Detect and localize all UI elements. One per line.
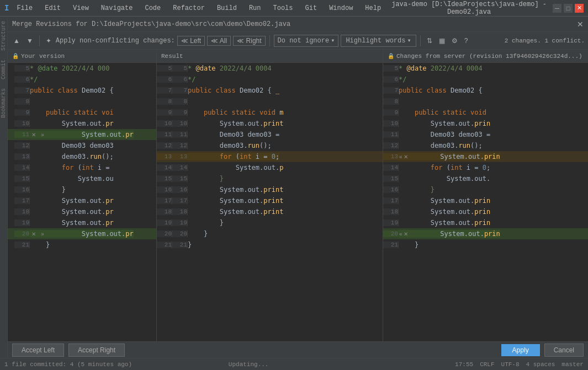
table-row: 6 */ (8, 74, 156, 85)
right-action-x-13[interactable]: ✕ (403, 154, 409, 160)
accept-left-button[interactable]: Accept Left (12, 344, 64, 357)
left-panel-header: 🔒 Your version (8, 50, 156, 63)
merge-title-text: Merge Revisions for D:\IdeaProjects\java… (12, 20, 290, 28)
status-branch[interactable]: master (561, 361, 584, 368)
side-tab-bookmarks[interactable]: Bookmarks (0, 84, 8, 122)
table-row: 5 * @date 2022/4/4 0004 (383, 63, 588, 74)
status-charset[interactable]: UTF-8 (501, 361, 520, 368)
window-title: java-demo [D:\IdeaProjects\java-demo] - … (385, 1, 553, 16)
close-button[interactable]: ✕ (575, 4, 584, 13)
merge-toolbar: ▲ ▼ ✦ Apply non-conflicting changes: ≪ L… (8, 32, 588, 50)
menu-navigate[interactable]: Navigate (97, 2, 137, 14)
table-row: 15 System.out. (383, 173, 588, 184)
side-tabs: Structure Commit Bookmarks (0, 17, 8, 358)
apply-left-button[interactable]: ≪ Left (177, 36, 205, 46)
table-row: 8 8 (157, 96, 383, 107)
menu-git[interactable]: Git (301, 2, 322, 14)
maximize-button[interactable]: □ (564, 4, 573, 13)
accept-right-button[interactable]: Accept Right (68, 344, 125, 357)
table-row: 18 System.out.prin (383, 206, 588, 217)
table-row: 20 ✕ » System.out.pr (8, 228, 156, 239)
left-action-arrow-11[interactable]: » (40, 132, 45, 138)
table-row: 12 12 demo03.run(); (157, 140, 383, 151)
help-button[interactable]: ? (462, 36, 470, 46)
main-content: Structure Commit Bookmarks Merge Revisio… (0, 17, 588, 358)
apply-button[interactable]: Apply (501, 344, 540, 356)
menu-window[interactable]: Window (325, 2, 357, 14)
table-row: 15 System.ou (8, 173, 156, 184)
table-row: 6 */ (383, 74, 588, 85)
cancel-button[interactable]: Cancel (544, 344, 584, 357)
table-row: 7 public class Demo02 { (8, 85, 156, 96)
panels-container: Merge Revisions for D:\IdeaProjects\java… (8, 17, 588, 358)
right-panel-header: 🔒 Changes from server (revision 13f94602… (383, 50, 588, 63)
table-row: 9 9 public static void m (157, 107, 383, 118)
lock-icon-right: 🔒 (388, 53, 394, 60)
table-row: 19 19 } (157, 217, 383, 228)
center-panel-code[interactable]: 5 5 * @date 2022/4/4 0004 6 6 */ (157, 63, 383, 341)
table-row: 13 « ✕ System.out.prin (383, 151, 588, 162)
left-action-arrow-20[interactable]: » (40, 231, 45, 237)
app-icon: I (4, 4, 9, 13)
center-panel: Result 5 5 * @date 2022/4/4 0004 (157, 50, 383, 341)
dropdown-arrow-icon: ▾ (331, 36, 335, 45)
table-row: 9 public static voi (8, 107, 156, 118)
table-row: 18 System.out.pr (8, 206, 156, 217)
table-row: 10 System.out.pr (8, 118, 156, 129)
table-row: 16 16 System.out.print (157, 184, 383, 195)
table-row: 19 System.out.prin (383, 217, 588, 228)
menu-tools[interactable]: Tools (269, 2, 298, 14)
table-row: 6 6 */ (157, 74, 383, 85)
left-action-x-11[interactable]: ✕ (31, 132, 36, 138)
apply-right-button[interactable]: ≪ Right (233, 36, 265, 46)
table-row: 19 System.out.pr (8, 217, 156, 228)
menu-refactor[interactable]: Refactor (168, 2, 209, 14)
toolbar-sep-1 (39, 35, 40, 46)
right-action-arrow-20[interactable]: « (399, 231, 403, 237)
left-action-x-20[interactable]: ✕ (31, 231, 36, 237)
table-row: 21 } (8, 239, 156, 250)
status-indent[interactable]: 4 spaces (526, 361, 555, 368)
side-tab-structure[interactable]: Structure (0, 17, 8, 55)
next-change-button[interactable]: ▼ (24, 36, 35, 46)
highlight-words-button[interactable]: Highlight words ▾ (341, 35, 416, 47)
table-row: 11 11 Demo03 demo03 = (157, 129, 383, 140)
line-content: * @date 2022/4/4 000 (30, 65, 110, 72)
table-row: 10 10 System.out.print (157, 118, 383, 129)
menu-run[interactable]: Run (245, 2, 266, 14)
menu-help[interactable]: Help (361, 2, 385, 14)
side-tab-commit[interactable]: Commit (0, 55, 8, 84)
bottom-bar: Accept Left Accept Right Apply Cancel (8, 341, 588, 358)
right-panel-code[interactable]: 5 * @date 2022/4/4 0004 6 */ 7 (383, 63, 588, 341)
table-row: 12 demo03.run(); (383, 140, 588, 151)
merge-title-bar: Merge Revisions for D:\IdeaProjects\java… (8, 17, 588, 32)
menu-view[interactable]: View (68, 2, 93, 14)
table-row: 21 } (383, 239, 588, 250)
column-view-button[interactable]: ▦ (437, 36, 447, 46)
right-action-arrow-13[interactable]: « (399, 154, 403, 160)
minimize-button[interactable]: ─ (553, 4, 561, 13)
table-row: 7 public class Demo02 { (383, 85, 588, 96)
magic-button[interactable]: ✦ (44, 36, 54, 46)
right-action-x-20[interactable]: ✕ (403, 231, 409, 237)
table-row: 5 5 * @date 2022/4/4 0004 (157, 63, 383, 74)
left-panel: 🔒 Your version 5 * @date 2022/4/4 000 (8, 50, 157, 341)
apply-non-conflicting-label: Apply non-conflicting changes: (56, 37, 175, 45)
status-crlf[interactable]: CRLF (480, 361, 494, 368)
menu-edit[interactable]: Edit (40, 2, 65, 14)
toolbar-sep-2 (269, 35, 270, 46)
table-row: 14 for (int i = 0; (383, 162, 588, 173)
settings-button[interactable]: ⚙ (449, 36, 460, 46)
prev-change-button[interactable]: ▲ (11, 36, 22, 46)
menu-build[interactable]: Build (213, 2, 241, 14)
apply-all-button[interactable]: ≪ All (207, 36, 231, 46)
status-bar: 1 file committed: 4 (5 minutes ago) Upda… (0, 358, 588, 370)
left-panel-code[interactable]: 5 * @date 2022/4/4 000 6 */ (8, 63, 156, 341)
merge-close-button[interactable]: ✕ (577, 20, 584, 29)
sync-scroll-button[interactable]: ⇅ (425, 36, 435, 46)
right-panel-title: Changes from server (revision 13f9460294… (396, 53, 582, 60)
ignore-dropdown[interactable]: Do not ignore ▾ (274, 35, 339, 47)
table-row: 9 public static void (383, 107, 588, 118)
menu-code[interactable]: Code (140, 2, 165, 14)
menu-file[interactable]: File (12, 3, 37, 13)
